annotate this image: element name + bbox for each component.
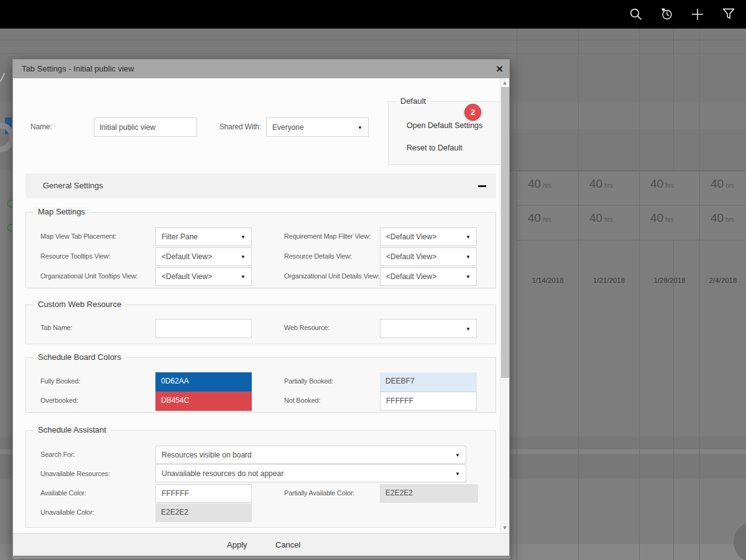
not-booked-label: Not Booked: — [284, 397, 320, 404]
hours-cell: 40hrs — [517, 205, 579, 241]
dropdown-value: <Default View> — [386, 232, 436, 241]
dialog-content: Name: Shared With: Everyone ▼ Default Op… — [13, 78, 509, 533]
plus-icon — [691, 7, 704, 21]
dialog-footer: Apply Cancel — [13, 533, 509, 556]
date-cell: 1/21/2018 — [578, 0, 639, 560]
chevron-down-icon: ▼ — [357, 124, 362, 130]
field-label: Map View Tab Placement: — [40, 232, 116, 240]
search-icon — [629, 7, 643, 21]
map-view-tab-placement-dropdown[interactable]: Filter Pane ▼ — [155, 227, 252, 246]
chevron-down-icon: ▼ — [241, 234, 246, 240]
hours-cell: 40hrs — [639, 205, 700, 241]
collapse-icon — [478, 185, 486, 187]
hours-cell: 40hrs — [639, 171, 700, 206]
custom-web-resource-legend: Custom Web Resource — [34, 300, 126, 309]
unavailable-resources-dropdown[interactable]: Unavailable resources do not appear ▼ — [155, 464, 466, 482]
date-cell: 1/14/2018 — [517, 0, 578, 560]
scrollbar-thumb[interactable] — [501, 87, 509, 378]
field-label: Organizational Unit Details View: — [284, 272, 379, 280]
partially-available-color-label: Partially Available Color: — [284, 489, 354, 497]
chevron-down-icon: ▼ — [455, 470, 460, 476]
organizational-unit-details-view-dropdown[interactable]: <Default View> ▼ — [380, 267, 477, 286]
history-icon — [660, 7, 674, 21]
chevron-down-icon: ▼ — [241, 254, 246, 260]
default-group-legend: Default — [396, 96, 430, 106]
unavailable-color-field[interactable]: E2E2E2 — [155, 503, 252, 522]
general-settings-label: General Settings — [43, 181, 103, 190]
apply-button[interactable]: Apply — [227, 540, 247, 549]
dropdown-value: <Default View> — [386, 272, 436, 281]
date-cell: 1/28/2018 — [639, 0, 699, 560]
map-settings-group: Map Settings Map View Tab Placement: Fil… — [25, 212, 496, 288]
history-button[interactable] — [656, 4, 678, 25]
tab-name-input[interactable] — [155, 319, 252, 338]
dropdown-value: <Default View> — [162, 252, 212, 261]
chevron-down-icon: ▼ — [466, 254, 471, 260]
resource-tooltips-view-dropdown[interactable]: <Default View> ▼ — [155, 247, 252, 266]
partially-available-color-field[interactable]: E2E2E2 — [380, 484, 478, 503]
top-app-bar — [0, 0, 746, 29]
overbooked-color-field[interactable]: DB454C — [155, 392, 252, 411]
filter-icon — [722, 7, 735, 21]
name-label: Name: — [30, 122, 52, 131]
search-button[interactable] — [625, 4, 647, 25]
open-default-settings-link[interactable]: Open Default Settings — [407, 121, 482, 130]
screen: 1 Initial public view × January 2018 1/1… — [0, 0, 746, 560]
not-booked-color-field[interactable]: FFFFFF — [380, 392, 477, 411]
schedule-board-colors-legend: Schedule Board Colors — [34, 352, 126, 362]
requirement-map-filter-view-dropdown[interactable]: <Default View> ▼ — [380, 227, 477, 246]
chevron-down-icon: ▼ — [455, 452, 460, 457]
field-label: Requirement Map Filter View: — [284, 232, 371, 240]
available-color-field[interactable]: FFFFFF — [155, 484, 252, 503]
custom-web-resource-group: Custom Web Resource Tab Name: Web Resour… — [25, 305, 496, 344]
field-label: Organizational Unit Tooltips View: — [40, 272, 138, 280]
filter-button[interactable] — [718, 4, 739, 25]
chevron-down-icon: ▼ — [466, 234, 471, 240]
tab-settings-dialog: Tab Settings - Initial public view × Nam… — [12, 59, 510, 559]
calendar-date-row: 1/14/2018 1/21/2018 1/28/2018 2/4/2018 — [0, 40, 746, 54]
scroll-down-icon[interactable]: ▼ — [500, 525, 509, 531]
dropdown-value: Filter Pane — [162, 232, 198, 241]
chevron-down-icon: ▼ — [466, 326, 471, 331]
schedule-assistant-legend: Schedule Assistant — [34, 425, 111, 434]
available-color-label: Available Color: — [40, 489, 86, 497]
dropdown-value: <Default View> — [162, 272, 212, 281]
reset-to-default-link[interactable]: Reset to Default — [407, 144, 463, 152]
schedule-assistant-group: Schedule Assistant Search For: Resources… — [25, 430, 496, 528]
map-settings-legend: Map Settings — [34, 207, 90, 216]
field-label: Resource Tooltips View: — [40, 252, 110, 260]
hours-cell: 40hrs — [578, 171, 640, 206]
add-tab-button[interactable] — [687, 4, 708, 25]
unavailable-color-label: Unavailable Color: — [40, 508, 94, 516]
general-settings-section-toggle[interactable]: General Settings — [25, 173, 496, 198]
chevron-down-icon: ▼ — [466, 274, 471, 280]
dialog-scrollbar[interactable]: ▲ ▼ — [500, 78, 509, 533]
dialog-bottom-bar — [13, 556, 509, 559]
fully-booked-color-field[interactable]: 0D62AA — [155, 372, 252, 392]
name-input[interactable] — [94, 117, 197, 137]
shared-with-label: Shared With: — [219, 122, 261, 131]
hours-cell: 40hrs — [517, 171, 579, 206]
hours-cell: 40hrs — [578, 205, 640, 241]
dropdown-value: Unavailable resources do not appear — [162, 469, 283, 478]
tab-name-label: Tab Name: — [40, 324, 72, 331]
dropdown-value: <Default View> — [386, 252, 436, 261]
shared-with-dropdown[interactable]: Everyone ▼ — [266, 117, 369, 137]
organizational-unit-tooltips-view-dropdown[interactable]: <Default View> ▼ — [155, 267, 252, 286]
partially-booked-color-field[interactable]: DEEBF7 — [380, 372, 477, 392]
hours-cell: 40hrs — [699, 171, 746, 206]
web-resource-label: Web Resource: — [284, 324, 329, 331]
search-for-dropdown[interactable]: Resources visible on board ▼ — [155, 446, 466, 464]
shared-with-value: Everyone — [272, 123, 304, 132]
scroll-up-icon[interactable]: ▲ — [500, 80, 509, 86]
date-cell: 2/4/2018 — [699, 0, 746, 560]
hours-cell: 40hrs — [699, 205, 746, 241]
chevron-down-icon: ▼ — [241, 274, 246, 280]
dialog-close-icon[interactable]: × — [496, 61, 503, 77]
cancel-button[interactable]: Cancel — [275, 540, 300, 549]
default-group: Default Open Default Settings Reset to D… — [388, 101, 509, 165]
resource-details-view-dropdown[interactable]: <Default View> ▼ — [380, 247, 477, 266]
search-for-label: Search For: — [40, 451, 75, 458]
dialog-title: Tab Settings - Initial public view — [22, 64, 134, 73]
web-resource-dropdown[interactable]: ▼ — [380, 319, 477, 338]
